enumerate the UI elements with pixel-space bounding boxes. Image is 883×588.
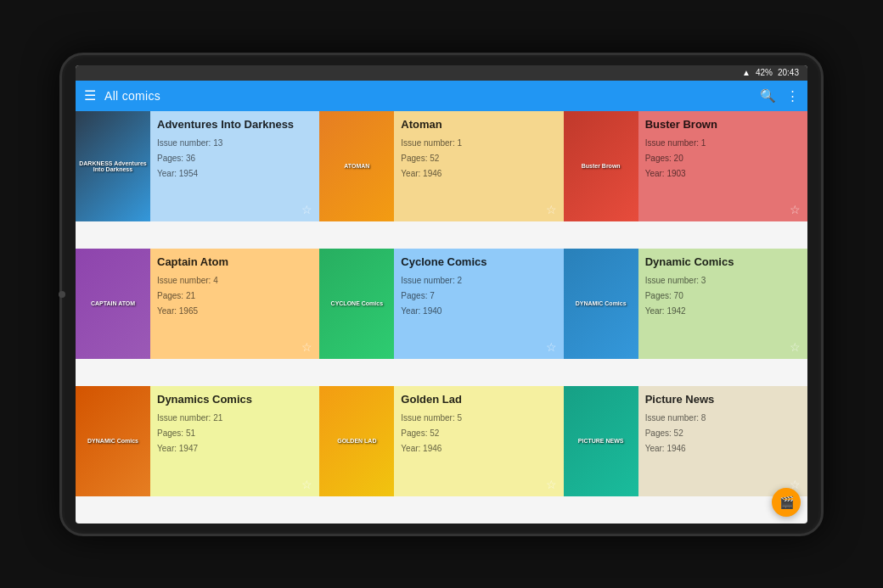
comic-pages: Pages: 36: [157, 151, 312, 166]
comic-cover: DARKNESS Adventures Into Darkness: [76, 111, 150, 221]
comic-title: Golden Lad: [401, 393, 556, 406]
comic-card[interactable]: GOLDEN LAD Golden Lad Issue number: 5 Pa…: [319, 386, 563, 496]
comic-title: Adventures Into Darkness: [157, 118, 312, 132]
comic-pages: Pages: 20: [645, 151, 801, 166]
app-bar-actions: 🔍 ⋮: [760, 88, 799, 104]
comic-cover-label: ATOMAN: [319, 111, 394, 221]
search-button[interactable]: 🔍: [760, 88, 776, 104]
clock: 20:43: [778, 68, 799, 77]
favorite-star-button[interactable]: ☆: [301, 340, 312, 354]
comic-issue: Issue number: 13: [157, 136, 312, 151]
comic-title: Cyclone Comics: [401, 255, 556, 269]
comic-card[interactable]: CYCLONE Comics Cyclone Comics Issue numb…: [319, 249, 563, 359]
comic-title: Dynamics Comics: [157, 393, 312, 406]
comic-pages: Pages: 21: [157, 288, 312, 304]
comic-meta: Issue number: 5 Pages: 52 Year: 1946: [401, 411, 556, 456]
favorite-star-button[interactable]: ☆: [790, 340, 801, 354]
comic-issue: Issue number: 4: [157, 273, 312, 288]
comic-pages: Pages: 52: [401, 426, 556, 441]
comic-card[interactable]: DYNAMIC Comics Dynamics Comics Issue num…: [76, 386, 319, 496]
comic-issue: Issue number: 1: [401, 136, 556, 151]
comic-year: Year: 1942: [645, 304, 801, 319]
comic-meta: Issue number: 1 Pages: 52 Year: 1946: [401, 136, 556, 182]
comic-cover: CYCLONE Comics: [319, 249, 394, 359]
comic-card[interactable]: DARKNESS Adventures Into Darkness Advent…: [76, 111, 319, 221]
comic-meta: Issue number: 8 Pages: 52 Year: 1946: [645, 411, 801, 456]
comic-title: Buster Brown: [645, 118, 801, 132]
comic-issue: Issue number: 8: [645, 411, 801, 426]
comic-cover-label: DYNAMIC Comics: [564, 249, 638, 359]
comic-year: Year: 1947: [157, 441, 312, 456]
comic-issue: Issue number: 3: [645, 273, 801, 288]
favorite-star-button[interactable]: ☆: [546, 478, 557, 491]
comic-cover-label: Buster Brown: [564, 111, 638, 221]
more-options-button[interactable]: ⋮: [786, 88, 799, 104]
fab-button[interactable]: 🎬: [772, 488, 801, 517]
comic-title: Atoman: [401, 118, 556, 132]
comic-meta: Issue number: 1 Pages: 20 Year: 1903: [645, 136, 801, 182]
comic-meta: Issue number: 4 Pages: 21 Year: 1965: [157, 273, 312, 319]
comic-cover: PICTURE NEWS: [564, 386, 638, 496]
comic-cover-label: CYCLONE Comics: [319, 249, 394, 359]
comic-year: Year: 1946: [645, 441, 801, 456]
hamburger-menu-button[interactable]: ☰: [84, 87, 96, 104]
comic-cover: DYNAMIC Comics: [564, 249, 638, 359]
favorite-star-button[interactable]: ☆: [546, 203, 557, 216]
app-bar: ☰ All comics 🔍 ⋮: [76, 81, 807, 111]
favorite-star-button[interactable]: ☆: [546, 340, 557, 354]
comic-card[interactable]: PICTURE NEWS Picture News Issue number: …: [564, 386, 807, 496]
comic-title: Captain Atom: [157, 255, 312, 269]
tablet-device: ▲ 42% 20:43 ☰ All comics 🔍 ⋮ DARKNESS Ad…: [59, 53, 824, 536]
comic-year: Year: 1946: [401, 441, 556, 456]
comic-pages: Pages: 70: [645, 288, 801, 304]
comic-cover-label: GOLDEN LAD: [319, 386, 394, 496]
tablet-camera: [59, 291, 65, 298]
favorite-star-button[interactable]: ☆: [790, 203, 801, 216]
comic-year: Year: 1903: [645, 166, 801, 182]
comic-issue: Issue number: 2: [401, 273, 556, 288]
comic-card[interactable]: Buster Brown Buster Brown Issue number: …: [564, 111, 807, 221]
comic-cover-label: DARKNESS Adventures Into Darkness: [76, 111, 150, 221]
comic-title: Dynamic Comics: [645, 255, 801, 269]
comic-info: Dynamics Comics Issue number: 21 Pages: …: [150, 386, 319, 496]
battery-indicator: 42%: [756, 68, 773, 77]
comic-card[interactable]: CAPTAIN ATOM Captain Atom Issue number: …: [76, 249, 319, 359]
comic-year: Year: 1946: [401, 166, 556, 182]
comic-pages: Pages: 52: [645, 426, 801, 441]
comic-info: Dynamic Comics Issue number: 3 Pages: 70…: [638, 249, 807, 359]
comic-meta: Issue number: 21 Pages: 51 Year: 1947: [157, 411, 312, 456]
comic-issue: Issue number: 5: [401, 411, 556, 426]
comic-info: Cyclone Comics Issue number: 2 Pages: 7 …: [394, 249, 563, 359]
fab-icon: 🎬: [779, 496, 794, 509]
comic-info: Atoman Issue number: 1 Pages: 52 Year: 1…: [394, 111, 563, 221]
comic-meta: Issue number: 13 Pages: 36 Year: 1954: [157, 136, 312, 182]
comic-info: Captain Atom Issue number: 4 Pages: 21 Y…: [150, 249, 319, 359]
comic-cover: ATOMAN: [319, 111, 394, 221]
comic-card[interactable]: DYNAMIC Comics Dynamic Comics Issue numb…: [564, 249, 807, 359]
comic-cover-label: CAPTAIN ATOM: [76, 249, 150, 359]
comic-year: Year: 1965: [157, 304, 312, 319]
comic-cover: GOLDEN LAD: [319, 386, 394, 496]
comic-info: Picture News Issue number: 8 Pages: 52 Y…: [638, 386, 807, 496]
comic-info: Golden Lad Issue number: 5 Pages: 52 Yea…: [394, 386, 563, 496]
comics-grid: DARKNESS Adventures Into Darkness Advent…: [76, 111, 807, 524]
comic-title: Picture News: [645, 393, 801, 406]
wifi-icon: ▲: [742, 68, 751, 77]
favorite-star-button[interactable]: ☆: [301, 203, 312, 216]
comic-card[interactable]: ATOMAN Atoman Issue number: 1 Pages: 52 …: [319, 111, 563, 221]
tablet-screen: ▲ 42% 20:43 ☰ All comics 🔍 ⋮ DARKNESS Ad…: [76, 65, 807, 524]
comic-info: Buster Brown Issue number: 1 Pages: 20 Y…: [638, 111, 807, 221]
comic-pages: Pages: 51: [157, 426, 312, 441]
comic-issue: Issue number: 1: [645, 136, 801, 151]
comic-year: Year: 1954: [157, 166, 312, 182]
app-bar-title: All comics: [104, 89, 760, 103]
comic-cover: CAPTAIN ATOM: [76, 249, 150, 359]
comic-meta: Issue number: 2 Pages: 7 Year: 1940: [401, 273, 556, 319]
comic-info: Adventures Into Darkness Issue number: 1…: [150, 111, 319, 221]
comic-cover-label: DYNAMIC Comics: [76, 386, 150, 496]
comic-pages: Pages: 52: [401, 151, 556, 166]
status-bar: ▲ 42% 20:43: [76, 65, 807, 81]
comic-year: Year: 1940: [401, 304, 556, 319]
comic-cover-label: PICTURE NEWS: [564, 386, 638, 496]
favorite-star-button[interactable]: ☆: [301, 478, 312, 491]
